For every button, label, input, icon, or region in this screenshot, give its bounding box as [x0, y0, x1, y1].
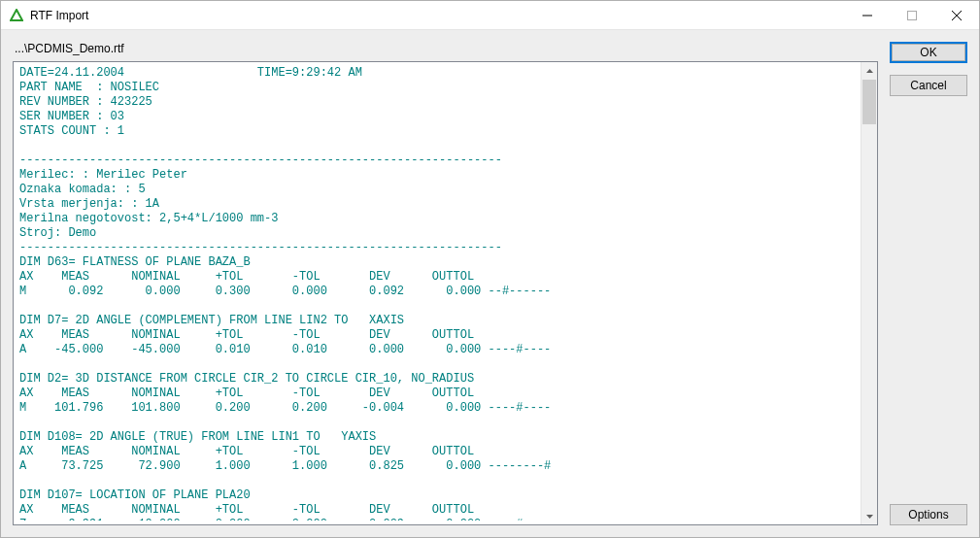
left-column: ...\PCDMIS_Demo.rtf DATE=24.11.2004 TIME…: [13, 40, 878, 525]
dialog-window: RTF Import ...\PCDMIS_Demo.rtf DATE=24.1…: [0, 0, 980, 538]
rtf-text: DATE=24.11.2004 TIME=9:29:42 AM PART NAM…: [19, 66, 860, 521]
client-area: ...\PCDMIS_Demo.rtf DATE=24.11.2004 TIME…: [1, 30, 979, 537]
ok-button[interactable]: OK: [890, 42, 967, 63]
rtf-content-box[interactable]: DATE=24.11.2004 TIME=9:29:42 AM PART NAM…: [13, 61, 878, 525]
scroll-up-button[interactable]: [862, 62, 878, 79]
window-title: RTF Import: [30, 9, 88, 22]
scroll-thumb[interactable]: [862, 80, 876, 124]
minimize-button[interactable]: [845, 1, 890, 30]
svg-rect-1: [908, 11, 917, 19]
app-icon: [9, 8, 24, 23]
titlebar: RTF Import: [1, 1, 979, 30]
file-path-label: ...\PCDMIS_Demo.rtf: [13, 40, 878, 61]
options-button[interactable]: Options: [890, 504, 967, 525]
cancel-button[interactable]: Cancel: [890, 75, 967, 96]
right-button-column: OK Cancel Options: [890, 40, 967, 525]
maximize-button[interactable]: [890, 1, 934, 30]
scroll-down-button[interactable]: [862, 508, 878, 524]
vertical-scrollbar[interactable]: [861, 62, 877, 524]
close-button[interactable]: [934, 1, 979, 30]
